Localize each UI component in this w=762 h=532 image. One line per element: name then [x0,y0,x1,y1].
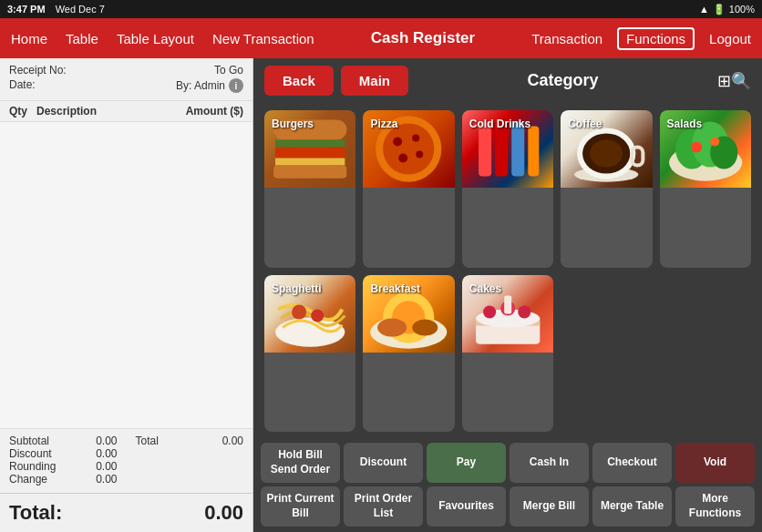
category-item-pizza[interactable]: Pizza [363,110,454,268]
admin-info: By: Admin i [176,78,243,93]
action-btn-hold-bill[interactable]: Hold BillSend Order [261,443,340,483]
svg-point-27 [292,304,306,319]
nav-logout[interactable]: Logout [709,31,751,46]
col-qty: Qty [9,105,36,118]
grand-total-value: 0.00 [204,501,243,525]
svg-rect-2 [275,147,345,158]
svg-point-9 [399,154,408,163]
category-label-pizza: Pizza [366,114,401,134]
category-item-coffee[interactable]: Coffee [561,110,652,268]
category-item-salads[interactable]: Salads [660,110,751,268]
nav-title: Cash Register [371,29,475,47]
nav-transaction[interactable]: Transaction [531,31,602,46]
col-desc: Description [36,105,186,118]
discount-value: 0.00 [96,447,117,460]
grand-total-label: Total: [9,501,62,525]
svg-point-7 [394,137,403,146]
status-left: 3:47 PM Wed Dec 7 [7,4,105,15]
category-label-cold-drinks: Cold Drinks [466,114,534,134]
rounding-label: Rounding [9,460,56,473]
category-item-breakfast[interactable]: Breakfast [363,275,454,433]
svg-point-24 [691,141,702,152]
back-button[interactable]: Back [264,66,334,96]
receipt-panel: Receipt No: To Go Date: By: Admin i Qty … [0,58,253,532]
action-btn-print-order-list[interactable]: Print Order List [344,486,423,527]
nav-functions[interactable]: Functions [617,27,695,50]
total-label: Total [136,435,159,447]
nav-table-layout[interactable]: Table Layout [117,31,194,46]
svg-point-25 [710,137,719,146]
nav-table[interactable]: Table [66,31,98,46]
info-icon[interactable]: i [229,78,243,93]
action-btn-discount[interactable]: Discount [344,443,423,483]
category-label-cakes: Cakes [466,279,505,299]
subtotal-value: 0.00 [96,435,117,447]
to-go-label: To Go [214,64,243,77]
change-value: 0.00 [96,473,117,486]
battery-percent: 100% [729,4,755,15]
action-btn-cash-in[interactable]: Cash In [510,443,589,483]
svg-point-33 [413,319,438,335]
action-btn-more-functions[interactable]: More Functions [675,486,755,527]
date-label: Date: [9,78,36,93]
wifi-icon: ▲ [699,4,709,15]
nav-bar: Home Table Table Layout New Transaction … [0,18,762,58]
action-btn-merge-table[interactable]: Merge Table [592,486,672,527]
action-btn-favourites[interactable]: Favourites [427,486,506,527]
action-btn-pay[interactable]: Pay [427,443,506,483]
action-btn-print-current-bill[interactable]: Print Current Bill [261,486,340,527]
total-value: 0.00 [222,435,243,447]
svg-point-32 [377,318,407,336]
category-title: Category [416,71,710,90]
svg-point-10 [417,151,424,159]
receipt-header: Receipt No: To Go Date: By: Admin i [0,58,252,101]
category-item-spaghetti[interactable]: Spaghetti [264,275,355,433]
nav-home[interactable]: Home [11,31,47,46]
category-label-burgers: Burgers [268,114,317,134]
status-right: ▲ 🔋 100% [699,4,755,15]
by-admin: By: Admin [176,79,225,92]
category-label-coffee: Coffee [564,114,605,134]
category-item-cold-drinks[interactable]: Cold Drinks [462,110,553,268]
category-label-spaghetti: Spaghetti [268,279,325,299]
svg-point-37 [483,305,496,318]
category-label-salads: Salads [664,114,706,134]
category-item-cakes[interactable]: Cakes [462,275,553,433]
svg-point-39 [518,305,530,318]
receipt-items [0,122,252,428]
svg-rect-4 [273,166,346,179]
svg-point-8 [413,134,420,141]
svg-rect-3 [275,159,345,166]
receipt-totals: Subtotal 0.00 Discount 0.00 Rounding 0.0… [0,428,252,493]
search-scan-icon: ⊞🔍 [717,72,751,90]
category-header: Back Main Category ⊞🔍 [253,58,762,103]
action-btn-void[interactable]: Void [675,443,755,483]
right-panel: Back Main Category ⊞🔍 Burgers Pizza [253,58,762,532]
receipt-no-label: Receipt No: [9,64,67,77]
svg-rect-19 [633,147,644,165]
nav-right: Transaction Functions Logout [531,27,751,50]
svg-point-18 [590,139,623,167]
category-item-burgers[interactable]: Burgers [264,110,355,268]
svg-point-28 [311,309,324,322]
main-button[interactable]: Main [341,66,408,96]
col-amount: Amount ($) [186,105,243,118]
grand-total-footer: Total: 0.00 [0,493,252,532]
category-search-button[interactable]: ⊞🔍 [717,71,751,91]
category-grid: Burgers Pizza Cold Drinks Coffee [253,103,762,439]
action-btn-merge-bill[interactable]: Merge Bill [510,486,589,527]
svg-rect-40 [504,295,511,313]
category-label-breakfast: Breakfast [366,279,424,299]
action-buttons: Hold BillSend OrderDiscountPayCash InChe… [253,439,762,532]
subtotal-label: Subtotal [9,435,49,447]
status-bar: 3:47 PM Wed Dec 7 ▲ 🔋 100% [0,0,762,18]
time: 3:47 PM [7,4,46,15]
svg-rect-1 [275,139,345,147]
discount-label: Discount [9,447,52,460]
nav-left: Home Table Table Layout New Transaction [11,31,314,46]
nav-new-transaction[interactable]: New Transaction [212,31,314,46]
date: Wed Dec 7 [56,4,105,15]
battery-icon: 🔋 [713,4,726,15]
rounding-value: 0.00 [96,460,117,473]
action-btn-checkout[interactable]: Checkout [592,443,672,483]
